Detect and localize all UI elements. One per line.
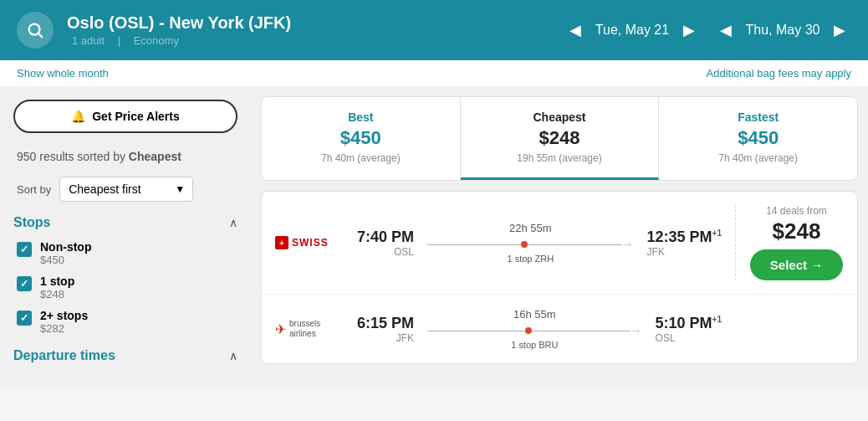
route-title: Oslo (OSL) - New York (JFK) xyxy=(67,13,550,33)
search-icon xyxy=(17,12,54,49)
bell-icon: 🔔 xyxy=(71,110,85,123)
bct-fastest-time: 7h 40m (average) xyxy=(672,152,844,164)
check-icon: ✓ xyxy=(20,312,28,324)
stop-nonstop-label: Non-stop xyxy=(40,240,91,254)
bct-best[interactable]: Best $450 7h 40m (average) xyxy=(262,97,461,180)
route-arrow-icon: → xyxy=(631,324,642,337)
flight1-route-line: → xyxy=(427,238,634,251)
stop-1stop-label: 1 stop xyxy=(40,275,74,288)
results-sort-by: Cheapest xyxy=(129,150,181,163)
flight2-route-line: → xyxy=(427,324,642,337)
stop-1stop-price: $248 xyxy=(40,288,74,300)
date2-prev-button[interactable]: ◀ xyxy=(714,18,738,42)
brussels-text: brusselsairlines xyxy=(289,319,320,339)
brussels-icon: ✈ xyxy=(275,321,286,337)
flight2-arrive-time: 5:10 PM+1 xyxy=(656,315,722,332)
route-line-right xyxy=(528,244,621,245)
bct-best-price: $450 xyxy=(275,127,447,149)
stop-item-1stop: ✓ 1 stop $248 xyxy=(13,275,237,300)
stop-2plus-checkbox[interactable]: ✓ xyxy=(17,311,32,326)
flight1-depart-airport: OSL xyxy=(394,246,414,258)
brussels-logo: ✈ brusselsairlines xyxy=(275,319,320,339)
date1-label: Tue, May 21 xyxy=(590,23,674,38)
stop-2plus-label: 2+ stops xyxy=(40,309,88,322)
flight1-depart-time: 7:40 PM xyxy=(357,228,414,246)
flight1-route: 22h 55m → 1 stop ZRH xyxy=(427,222,634,264)
flight2-arrive: 5:10 PM+1 OSL xyxy=(656,315,722,344)
flight1-price: $248 xyxy=(773,218,821,244)
route-sub: 1 adult | Economy xyxy=(67,34,550,47)
sort-select[interactable]: Cheapest first Fastest first Best first xyxy=(59,177,193,202)
flight1-depart: 7:40 PM OSL xyxy=(355,228,414,258)
flight1-arrive: 12:35 PM+1 JFK xyxy=(647,228,722,258)
sort-wrapper: Cheapest first Fastest first Best first … xyxy=(59,177,193,202)
bag-fees-notice: Additional bag fees may apply xyxy=(707,67,851,80)
content-area: Best $450 7h 40m (average) Cheapest $248… xyxy=(251,86,868,387)
swiss-airline-logo: + SWISS xyxy=(275,236,342,249)
flight1-arrive-airport: JFK xyxy=(647,246,665,258)
flight2-stop-info: 1 stop BRU xyxy=(511,340,558,350)
flight-card: + SWISS 7:40 PM OSL 22h 55m → xyxy=(261,191,858,364)
flight2-depart-airport: JFK xyxy=(396,332,414,344)
sort-by-label: Sort by xyxy=(17,183,51,196)
cabin-label: Economy xyxy=(134,34,179,47)
bct-card: Best $450 7h 40m (average) Cheapest $248… xyxy=(261,96,858,181)
flight2-arrive-airport: OSL xyxy=(656,332,676,344)
bct-cheapest-time: 19h 55m (average) xyxy=(474,152,646,164)
stop-nonstop-checkbox[interactable]: ✓ xyxy=(17,242,32,257)
results-info: 950 results sorted by Cheapest xyxy=(13,150,237,163)
departure-chevron-icon[interactable]: ∧ xyxy=(229,349,237,362)
price-alert-button[interactable]: 🔔 Get Price Alerts xyxy=(13,100,237,133)
divider: | xyxy=(118,34,120,47)
date1-prev-button[interactable]: ◀ xyxy=(564,18,587,42)
date1-group: ◀ Tue, May 21 ▶ xyxy=(564,18,701,42)
header: Oslo (OSL) - New York (JFK) 1 adult | Ec… xyxy=(0,0,868,60)
route-line-left xyxy=(427,244,521,245)
departure-section: Departure times ∧ xyxy=(13,348,237,363)
bct-cheapest-label: Cheapest xyxy=(474,110,646,124)
swiss-text: SWISS xyxy=(292,237,329,249)
stops-chevron-icon[interactable]: ∧ xyxy=(229,216,237,229)
main-layout: 🔔 Get Price Alerts 950 results sorted by… xyxy=(0,86,868,387)
results-count: 950 xyxy=(17,150,36,163)
flight1-duration: 22h 55m xyxy=(509,222,552,234)
results-sort-text: results sorted by xyxy=(39,150,129,163)
sort-row: Sort by Cheapest first Fastest first Bes… xyxy=(13,177,237,202)
date2-next-button[interactable]: ▶ xyxy=(828,18,851,42)
departure-header: Departure times ∧ xyxy=(13,348,237,363)
swiss-logo: + SWISS xyxy=(275,236,329,249)
check-icon: ✓ xyxy=(20,278,28,290)
route-info: Oslo (OSL) - New York (JFK) 1 adult | Ec… xyxy=(67,13,550,47)
route-line-left xyxy=(427,331,525,331)
svg-line-1 xyxy=(38,33,43,38)
stops-section: Stops ∧ ✓ Non-stop $450 ✓ 1 stop $248 xyxy=(13,215,237,335)
departure-title: Departure times xyxy=(13,348,115,363)
stops-header: Stops ∧ xyxy=(13,215,237,230)
adults-label: 1 adult xyxy=(72,34,105,47)
route-arrow-icon: → xyxy=(622,238,634,251)
stop-nonstop-info: Non-stop $450 xyxy=(40,240,91,266)
show-month-link[interactable]: Show whole month xyxy=(17,67,109,80)
flight-row-swiss: + SWISS 7:40 PM OSL 22h 55m → xyxy=(262,192,857,295)
flight2-depart-time: 6:15 PM xyxy=(357,315,414,332)
bct-fastest[interactable]: Fastest $450 7h 40m (average) xyxy=(659,97,857,180)
stop-item-nonstop: ✓ Non-stop $450 xyxy=(13,240,237,266)
stop-nonstop-price: $450 xyxy=(40,254,91,266)
stop-1stop-checkbox[interactable]: ✓ xyxy=(17,276,32,291)
date1-next-button[interactable]: ▶ xyxy=(677,18,701,42)
route-stop-dot xyxy=(521,241,528,248)
date2-label: Thu, May 30 xyxy=(741,23,825,38)
select-button[interactable]: Select → xyxy=(750,249,843,280)
flight2-depart: 6:15 PM JFK xyxy=(355,315,414,344)
bct-best-label: Best xyxy=(275,110,447,124)
stop-2plus-price: $282 xyxy=(40,322,88,335)
stop-item-2plus: ✓ 2+ stops $282 xyxy=(13,309,237,335)
route-line-right xyxy=(532,331,630,331)
stop-2plus-info: 2+ stops $282 xyxy=(40,309,88,335)
route-stop-dot xyxy=(525,327,532,334)
bct-cheapest[interactable]: Cheapest $248 19h 55m (average) xyxy=(461,97,660,180)
flight1-stop-info: 1 stop ZRH xyxy=(507,254,554,264)
bct-cheapest-price: $248 xyxy=(474,127,646,149)
flight1-arrive-time: 12:35 PM+1 xyxy=(647,228,722,246)
toolbar: Show whole month Additional bag fees may… xyxy=(0,60,868,86)
